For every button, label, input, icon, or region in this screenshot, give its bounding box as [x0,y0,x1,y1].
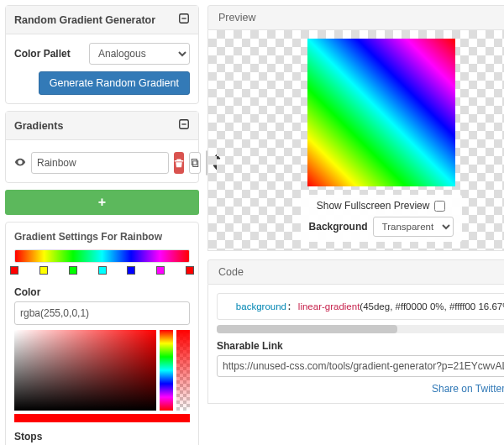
copy-button[interactable] [189,152,201,174]
stops-label: Stops [14,431,190,442]
add-gradient-button[interactable]: + [5,190,199,215]
svg-rect-4 [193,161,198,167]
palette-select[interactable]: Analogous [89,43,190,65]
stop-thumb[interactable] [39,266,48,275]
visibility-icon[interactable] [14,156,26,170]
code-title: Code [207,259,504,285]
background-select[interactable]: Transparent [373,217,454,237]
delete-button[interactable] [174,152,184,174]
sharable-url-input[interactable] [217,355,504,377]
stop-thumb[interactable] [69,266,77,275]
gradients-panel: Gradients [5,111,199,183]
selected-color-bar [14,414,190,422]
code-panel: Code background: linear-gradient(45deg, … [207,259,504,404]
stop-thumb[interactable] [186,266,194,275]
preview-swatch [307,39,455,186]
palette-label: Color Pallet [14,48,71,60]
color-picker[interactable] [14,330,190,411]
settings-title: Gradient Settings For Rainbow [14,231,190,243]
collapse-icon[interactable] [178,118,190,133]
css-output[interactable]: background: linear-gradient(45deg, #ff00… [217,293,504,320]
stop-thumb[interactable] [98,266,107,275]
random-panel-title: Random Gradient Generator [14,14,155,26]
generate-button[interactable]: Generate Random Gradient [39,71,190,95]
background-label: Background [309,221,368,233]
color-label: Color [14,286,190,298]
preview-panel: Preview Show Fullscreen Preview Backgrou… [207,5,504,251]
saturation-value-area[interactable] [14,330,156,411]
preview-title: Preview [207,5,504,30]
stop-thumb[interactable] [127,266,135,275]
gradients-title: Gradients [14,120,63,132]
gradient-bar[interactable] [14,249,190,263]
scrollbar[interactable] [217,325,504,333]
hue-slider[interactable] [160,330,173,411]
stop-thumb[interactable] [10,266,18,275]
svg-rect-5 [192,160,197,165]
share-twitter-link[interactable]: Share on Twitter [432,382,504,395]
settings-panel: Gradient Settings For Rainbow Color Stop… [5,222,199,445]
collapse-icon[interactable] [178,13,190,27]
stop-thumb[interactable] [156,266,165,275]
gradient-item [14,149,190,177]
random-panel: Random Gradient Generator Color Pallet A… [5,5,199,104]
alpha-slider[interactable] [176,330,190,411]
gradient-name-input[interactable] [31,152,169,174]
sharable-label: Sharable Link [217,340,504,352]
fullscreen-toggle[interactable]: Show Fullscreen Preview [317,200,446,212]
color-input[interactable] [14,301,190,325]
fullscreen-checkbox[interactable] [434,201,445,212]
stops-rail[interactable] [14,266,190,278]
